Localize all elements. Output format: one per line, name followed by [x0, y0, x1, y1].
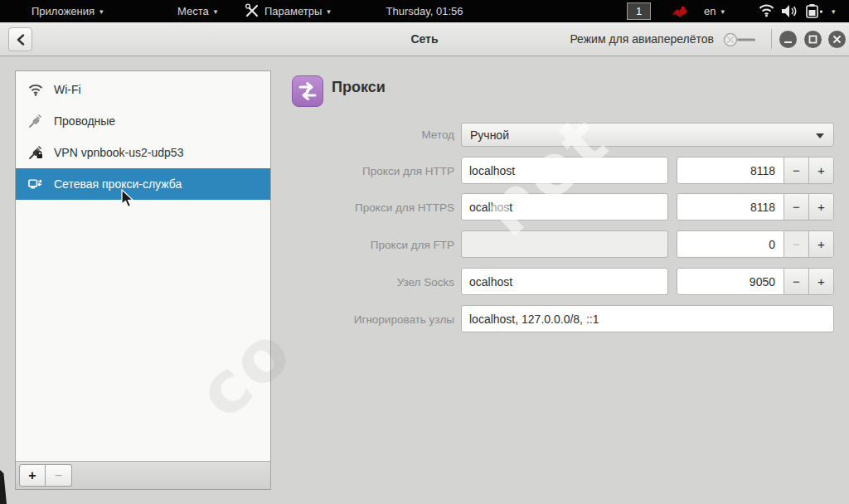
- places-menu[interactable]: Места ▾: [177, 0, 217, 22]
- http-port-spinner: 8118 − +: [677, 157, 834, 184]
- maximize-button[interactable]: [804, 31, 822, 48]
- keyboard-layout-label: en: [704, 5, 716, 17]
- settings-menu-label: Параметры: [264, 5, 322, 17]
- sidebar-toolbar: + −: [16, 461, 270, 489]
- desktop-screen: Приложения ▾ Места ▾ Параметры ▾ Thursda…: [0, 0, 849, 504]
- chevron-down-icon: ▾: [99, 7, 104, 16]
- applications-menu[interactable]: Приложения ▾: [32, 0, 104, 22]
- top-panel: Приложения ▾ Места ▾ Параметры ▾ Thursda…: [0, 0, 849, 22]
- ftp-proxy-label: Прокси для FTP: [249, 239, 454, 251]
- wired-plug-icon: [28, 114, 43, 128]
- settings-menu[interactable]: Параметры ▾: [245, 0, 331, 22]
- sidebar-item-vpn[interactable]: VPN vpnbook-us2-udp53: [16, 137, 270, 168]
- https-port-value[interactable]: 8118: [677, 194, 784, 220]
- ftp-port-value[interactable]: 0: [677, 231, 784, 257]
- add-remove-group: + −: [19, 464, 72, 487]
- http-proxy-label: Прокси для HTTP: [249, 165, 454, 177]
- dropdown-arrow-icon: [816, 133, 824, 138]
- chevron-down-icon: ▾: [214, 7, 218, 16]
- https-port-decrement-button[interactable]: −: [784, 194, 808, 220]
- mouse-cursor: [121, 189, 135, 212]
- tray-app-icon[interactable]: [672, 5, 690, 18]
- close-button[interactable]: [828, 31, 846, 48]
- applications-menu-label: Приложения: [32, 5, 95, 17]
- sidebar-item-label: Сетевая прокси-служба: [54, 177, 182, 191]
- socks-port-decrement-button[interactable]: −: [784, 269, 808, 294]
- network-proxy-icon: [28, 177, 43, 191]
- headerbar-separator: [771, 29, 772, 49]
- socks-port-spinner: 9050 − +: [677, 268, 834, 295]
- volume-icon: [781, 4, 798, 21]
- sidebar-item-wired[interactable]: Проводные: [16, 105, 270, 137]
- add-connection-button[interactable]: +: [19, 464, 46, 487]
- method-dropdown[interactable]: Ручной: [461, 123, 834, 147]
- sidebar-item-network-proxy[interactable]: Сетевая прокси-служба: [16, 168, 270, 200]
- chevron-down-icon: ▾: [327, 7, 331, 16]
- places-menu-label: Места: [177, 5, 209, 17]
- airplane-mode-label: Режим для авиаперелётов: [570, 22, 714, 56]
- network-panel-body: Wi-Fi Проводные VPN vpnbook-us2-udp53: [0, 56, 849, 504]
- https-port-spinner: 8118 − +: [677, 193, 834, 220]
- ftp-host-input[interactable]: [461, 230, 668, 258]
- network-sidebar: Wi-Fi Проводные VPN vpnbook-us2-udp53: [15, 70, 271, 490]
- page-title: Сеть: [0, 22, 849, 56]
- close-icon: [832, 35, 842, 44]
- http-port-increment-button[interactable]: +: [808, 158, 833, 183]
- battery-icon: [806, 4, 826, 21]
- workspace-indicator[interactable]: 1: [627, 2, 651, 20]
- ignore-hosts-input[interactable]: [461, 305, 834, 332]
- sidebar-item-label: VPN vpnbook-us2-udp53: [54, 146, 183, 159]
- http-host-input[interactable]: [461, 157, 668, 184]
- ftp-port-spinner: 0 − +: [677, 230, 834, 258]
- http-port-decrement-button[interactable]: −: [784, 158, 808, 183]
- maximize-icon: [808, 35, 817, 44]
- sidebar-item-label: Wi-Fi: [54, 83, 81, 96]
- keyboard-layout-indicator[interactable]: en ▾: [704, 0, 725, 22]
- https-host-input[interactable]: [461, 193, 668, 220]
- ftp-port-decrement-button[interactable]: −: [784, 231, 808, 257]
- sidebar-item-wifi[interactable]: Wi-Fi: [16, 74, 270, 105]
- proxy-app-icon: [292, 75, 323, 107]
- socks-port-value[interactable]: 9050: [677, 269, 784, 294]
- socks-host-input[interactable]: [461, 268, 668, 295]
- wifi-icon: [28, 82, 43, 97]
- method-label: Метод: [249, 128, 454, 141]
- ignore-hosts-label: Игнорировать узлы: [249, 313, 454, 326]
- headerbar: Сеть Режим для авиаперелётов: [0, 22, 849, 56]
- vpn-lock-icon: [28, 145, 43, 160]
- method-dropdown-value: Ручной: [470, 128, 509, 142]
- http-port-value[interactable]: 8118: [677, 158, 784, 183]
- remove-connection-button[interactable]: −: [46, 464, 72, 487]
- minimize-icon: [784, 35, 793, 44]
- sidebar-item-label: Проводные: [54, 114, 115, 128]
- wifi-status-icon: [759, 4, 774, 20]
- back-button[interactable]: [8, 27, 32, 51]
- desktop-corner-artifact: [0, 470, 7, 504]
- proxy-section-title: Прокси: [332, 79, 386, 96]
- connection-list: Wi-Fi Проводные VPN vpnbook-us2-udp53: [16, 71, 270, 461]
- airplane-mode-switch[interactable]: [723, 33, 758, 46]
- chevron-down-icon: ▾: [720, 7, 725, 16]
- https-proxy-label: Прокси для HTTPS: [249, 201, 454, 214]
- https-port-increment-button[interactable]: +: [808, 194, 833, 220]
- minimize-button[interactable]: [779, 31, 797, 48]
- ftp-port-increment-button[interactable]: +: [808, 231, 833, 257]
- tools-icon: [245, 3, 260, 20]
- clock[interactable]: Thursday, 01:56: [386, 0, 463, 22]
- socks-port-increment-button[interactable]: +: [808, 269, 833, 294]
- system-menu-chevron-icon[interactable]: ▾: [832, 0, 836, 22]
- back-chevron-icon: [16, 34, 26, 46]
- socks-host-label: Узел Socks: [249, 276, 454, 288]
